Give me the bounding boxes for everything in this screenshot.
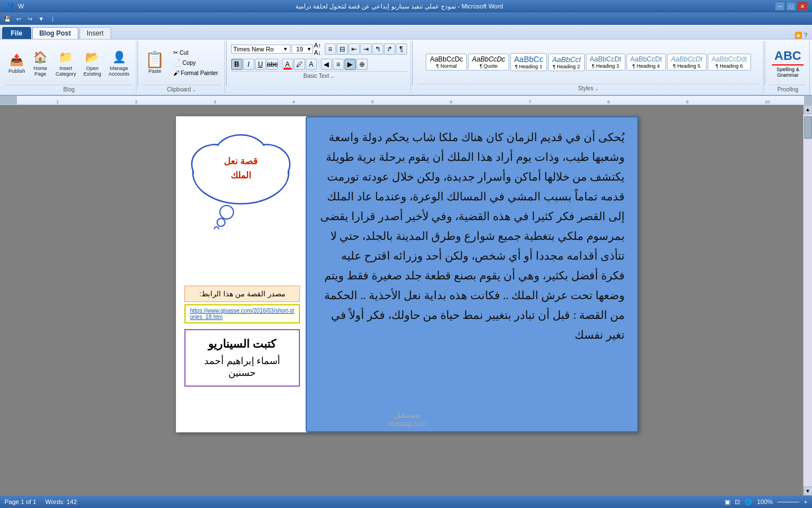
publish-button[interactable]: 📤 Publish [6,50,28,76]
ruler-mark-4: 4 [293,99,295,104]
pilcrow-button[interactable]: ¶ [396,43,407,55]
copy-button[interactable]: 📄 Copy [170,58,221,68]
style-heading4[interactable]: AaBbCcDt ¶ Heading 4 [626,54,666,71]
style-heading5[interactable]: AaBbCcDt ¶ Heading 5 [667,54,707,71]
ribbon-divider-2 [226,41,227,86]
style-normal[interactable]: AaBbCcDc ¶ Normal [426,54,467,71]
tab-file[interactable]: File [2,27,31,39]
spelling-button[interactable]: ABC Spelling &Grammar [770,46,806,79]
basictext-group-label: Basic Text ⌄ [231,71,407,79]
increase-indent-button[interactable]: ⇥ [360,43,372,55]
format-row: B I U abc A 🖊 A ◀ ≡ ▶ ⊕ [231,59,407,70]
rtl-button[interactable]: ↱ [384,43,395,55]
source-url-box[interactable]: https://www.qisasse.com/2016/03/short-st… [184,304,300,323]
style-heading3[interactable]: AaBbCcDt ¶ Heading 3 [586,54,625,71]
redo-qa-button[interactable]: ↪ [25,14,35,23]
close-button[interactable]: ✕ [797,2,807,11]
format-painter-button[interactable]: 🖌 Format Painter [170,68,221,77]
style-h3-label: ¶ Heading 3 [590,63,621,69]
style-heading1[interactable]: AaBbCc ¶ Heading 1 [510,53,547,71]
ltr-button[interactable]: ↰ [372,43,383,55]
vertical-scrollbar[interactable]: ▲ ▼ [803,105,812,496]
zoom-slider[interactable]: ───── [778,498,800,505]
manage-accounts-button[interactable]: 👤 ManageAccounts [106,47,133,79]
bottom-left-section: مصدر القصة من هذا الرابط: https://www.qi… [184,286,300,387]
align-left-button[interactable]: ◀ [321,59,332,70]
align-right-button[interactable]: ▶ [345,59,356,70]
document-page: قصة نعل الملك يُحكى أن في قديم الزمان كا… [176,116,638,432]
numbered-list-button[interactable]: ⊟ [337,43,348,55]
strikethrough-button[interactable]: abc [267,59,278,70]
page-indicator: Page 1 of 1 [5,498,36,505]
view-web[interactable]: 🌐 [744,498,752,506]
quick-access-toolbar: 💾 ↩ ↪ ▼ | [0,12,812,25]
insert-category-label: InsertCategory [56,65,77,77]
tab-blogpost[interactable]: Blog Post [32,27,78,39]
scroll-thumb[interactable] [804,116,812,139]
ruler-mark-1: 1 [56,99,59,104]
titlebar: 💙 W نموذج عملي تنفيذ سيناريو إبداعي عن ق… [0,0,812,12]
size-increase-button[interactable]: A↑ [314,42,321,49]
size-dropdown-icon[interactable]: ▼ [307,46,312,52]
undo-qa-button[interactable]: ↩ [14,14,24,23]
expand-button[interactable]: ⊕ [356,59,368,70]
minimize-button[interactable]: ─ [775,2,785,11]
status-bar: Page 1 of 1 Words: 142 ▣ ⊡ 🌐 100% ───── … [0,496,812,508]
highlight-icon: 🖊 [296,60,303,68]
watermark-latin: mostaql.com [388,420,426,428]
font-dropdown-icon[interactable]: ▼ [283,46,288,52]
view-full-screen[interactable]: ⊡ [735,498,740,506]
cut-label: Cut [180,50,189,56]
decrease-indent-button[interactable]: ⇤ [348,43,360,55]
insert-category-icon: 📁 [58,49,74,65]
ruler-mark-6: 6 [450,99,452,104]
svg-text:الملك: الملك [231,170,251,180]
list-buttons: ≡ ⊟ ⇤ ⇥ ↰ ↱ ¶ [325,43,407,55]
clipboard-group-label: Clipboard ⌄ [143,85,221,93]
font-name: Times New Ro [233,46,274,52]
italic-button[interactable]: I [243,59,254,70]
scroll-down-button[interactable]: ▼ [804,487,813,496]
font-size-box[interactable]: 19 ▼ [292,45,313,54]
style-heading2[interactable]: AaBbCcl ¶ Heading 2 [548,54,585,71]
titlebar-controls[interactable]: ─ □ ✕ [775,2,807,11]
source-url[interactable]: https://www.qisasse.com/2016/03/short-st… [190,308,294,320]
style-quote[interactable]: AaBbCcDc ¶ Quote [468,54,509,71]
customize-qa-button[interactable]: ▼ [36,14,46,23]
home-icon: 🏠 [33,49,48,65]
text-effects-button[interactable]: A [306,59,317,70]
open-existing-button[interactable]: 📂 OpenExisting [81,47,104,79]
align-center-button[interactable]: ≡ [333,59,344,70]
author-box: كتبت السيناريو أسماء إبراهيم أحمد حسنين [184,329,300,387]
manage-accounts-icon: 👤 [111,49,127,65]
tab-insert[interactable]: Insert [80,27,111,39]
manage-accounts-label: ManageAccounts [109,65,130,77]
blog-group-label: Blog [6,85,133,93]
font-selector[interactable]: Times New Ro ▼ [231,45,290,54]
home-page-button[interactable]: 🏠 HomePage [30,47,51,79]
highlight-button[interactable]: 🖊 [294,59,305,70]
tab-bar: File Blog Post Insert 🔼 ? [0,25,812,40]
font-color-button[interactable]: A [282,59,293,70]
style-h1-preview: AaBbCc [514,55,543,64]
titlebar-title: نموذج عملي تنفيذ سيناريو إبداعي عن قصة ل… [24,3,775,10]
copy-label: Copy [183,60,196,66]
size-arrows: A↑ A↓ [314,42,321,56]
paste-button[interactable]: 📋 Paste [143,50,167,76]
save-qa-button[interactable]: 💾 [2,14,12,23]
ruler-mark-10: 10 [765,99,770,104]
restore-button[interactable]: □ [786,2,796,11]
publish-label: Publish [8,68,25,74]
zoom-in[interactable]: + [804,498,807,505]
style-h5-preview: AaBbCcDt [671,55,703,63]
underline-button[interactable]: U [255,59,266,70]
size-decrease-button[interactable]: A↓ [314,49,321,56]
bold-button[interactable]: B [231,59,242,70]
insert-category-button[interactable]: 📁 InsertCategory [53,47,80,79]
style-heading6[interactable]: AaBbCcDdt ¶ Heading 6 [708,54,751,71]
watermark: مستقل mostaql.com [388,409,426,428]
bullet-list-button[interactable]: ≡ [325,43,336,55]
view-print-layout[interactable]: ▣ [725,498,730,506]
cut-button[interactable]: ✂ Cut [170,48,221,58]
scroll-up-button[interactable]: ▲ [804,105,813,114]
